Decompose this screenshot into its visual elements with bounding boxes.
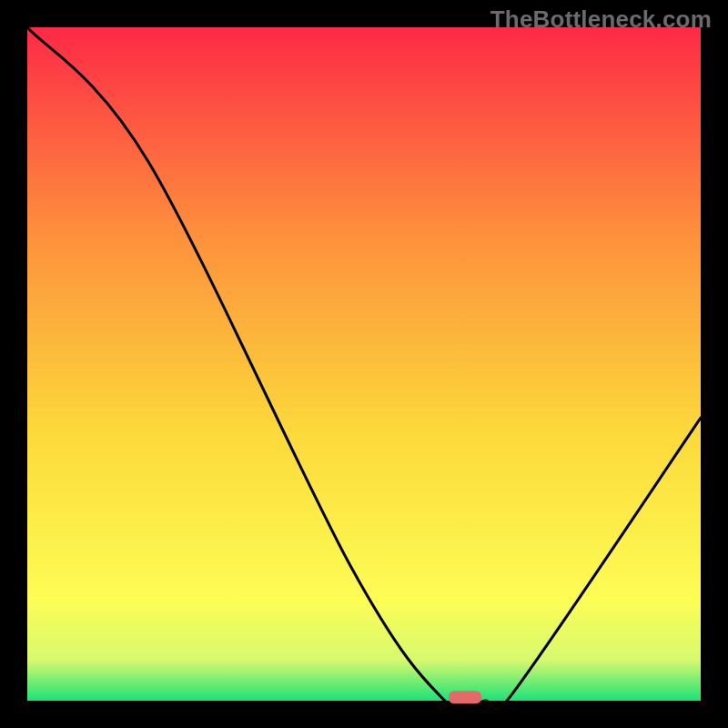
watermark-text: TheBottleneck.com (490, 5, 712, 34)
optimum-marker (449, 691, 481, 703)
bottleneck-plot (0, 0, 728, 728)
chart-frame: TheBottleneck.com (0, 0, 728, 728)
plot-area (27, 27, 701, 701)
